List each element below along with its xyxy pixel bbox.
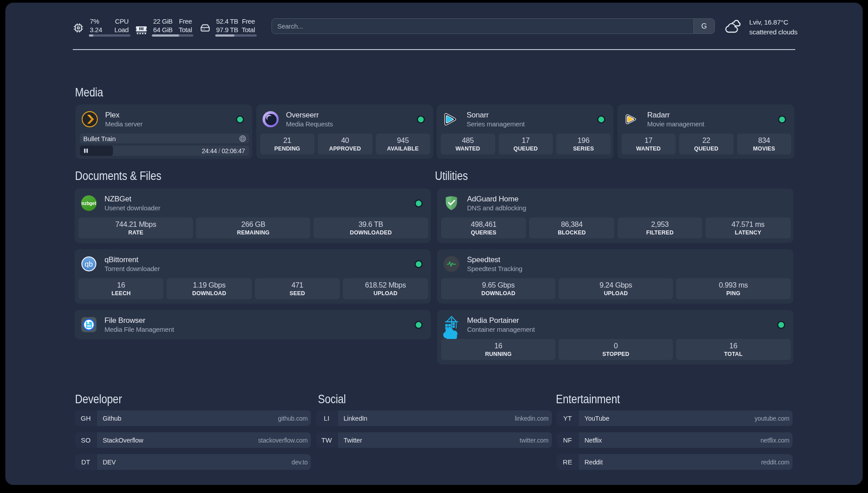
svg-text:qb: qb xyxy=(85,260,93,268)
svg-text:nzbget: nzbget xyxy=(82,201,96,206)
